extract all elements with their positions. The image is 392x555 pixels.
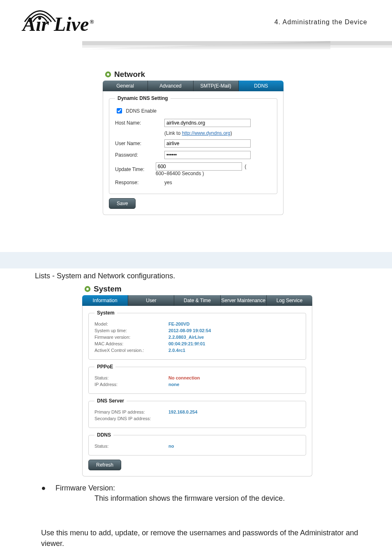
ddns-enable-label[interactable]: DDNS Enable — [126, 108, 157, 114]
network-panel: Network GeneralAdvancedSMTP(E-Mail)DDNS … — [103, 70, 284, 215]
host-name-input[interactable] — [164, 119, 251, 127]
info-value: No connection — [168, 375, 200, 380]
refresh-button[interactable]: Refresh — [88, 460, 121, 470]
gear-icon — [104, 71, 112, 78]
info-label: Status: — [95, 444, 168, 449]
info-label: MAC Address: — [95, 341, 168, 346]
panel-title-network: Network — [104, 70, 284, 79]
info-value: no — [168, 444, 174, 449]
header-gradient-bar — [82, 41, 392, 49]
tab-ddns[interactable]: DDNS — [239, 81, 284, 91]
bullet-desc: This information shows the firmware vers… — [95, 494, 353, 503]
registered-icon: ® — [90, 19, 94, 25]
info-row: ActiveX Control version.:2.0.4rc1 — [95, 348, 300, 353]
info-value: 192.168.0.254 — [168, 409, 197, 414]
save-button[interactable]: Save — [109, 198, 136, 209]
tab-general[interactable]: General — [103, 81, 148, 91]
info-row: IP Address:none — [95, 382, 300, 387]
password-label: Password: — [115, 152, 164, 158]
info-label: IP Address: — [95, 382, 168, 387]
chapter-heading: 4. Administrating the Device — [274, 18, 367, 26]
group-legend: DNS Server — [95, 398, 127, 404]
section-band — [0, 252, 392, 268]
tab-date-time[interactable]: Date & Time — [174, 295, 220, 306]
ddns-legend: Dynamic DNS Setting — [115, 95, 171, 101]
password-input[interactable] — [164, 151, 251, 159]
info-row: System up time:2012-08-09 19:02:54 — [95, 328, 300, 333]
group-pppoe: PPPoEStatus:No connectionIP Address:none — [88, 364, 306, 394]
info-label: Status: — [95, 375, 168, 380]
info-label: Model: — [95, 321, 168, 326]
info-label: ActiveX Control version.: — [95, 348, 168, 353]
info-value: none — [168, 382, 179, 387]
tab-smtp-e-mail-[interactable]: SMTP(E-Mail) — [194, 81, 239, 91]
lists-caption: Lists - System and Network configuration… — [35, 272, 392, 280]
svg-point-3 — [86, 288, 89, 290]
bullet-title: Firmware Version: — [55, 484, 115, 492]
user-menu-paragraph: Use this menu to add, update, or remove … — [41, 527, 362, 549]
info-row: Model:FE-200VD — [95, 321, 300, 326]
info-value: 00:04:29:21:9f:01 — [168, 341, 205, 346]
response-value: yes — [164, 180, 172, 185]
info-label: System up time: — [95, 328, 168, 333]
info-label: Primary DNS IP address: — [95, 409, 168, 414]
info-value: 2.2.0803_AirLive — [168, 335, 204, 340]
dyndns-link[interactable]: http://www.dyndns.org — [182, 130, 231, 136]
info-label: Secondary DNS IP address: — [95, 416, 168, 421]
panel-title-system: System — [84, 284, 312, 294]
info-row: Secondary DNS IP address: — [95, 416, 300, 421]
ddns-enable-checkbox[interactable] — [117, 108, 122, 113]
info-value: 2012-08-09 19:02:54 — [168, 328, 211, 333]
group-legend: PPPoE — [95, 364, 115, 370]
update-time-input[interactable] — [156, 162, 242, 171]
wifi-arc-icon — [23, 6, 58, 23]
info-row: Status:No connection — [95, 375, 300, 380]
group-system: SystemModel:FE-200VDSystem up time:2012-… — [88, 310, 306, 360]
tab-server-maintenance[interactable]: Server Maintenance — [221, 295, 267, 306]
tab-information[interactable]: Information — [82, 295, 128, 306]
group-ddns: DDNSStatus:no — [88, 432, 306, 456]
response-label: Response: — [115, 180, 164, 185]
info-value: 2.0.4rc1 — [168, 348, 185, 353]
info-row: Firmware version:2.2.0803_AirLive — [95, 335, 300, 340]
group-legend: DDNS — [95, 432, 113, 438]
tab-user[interactable]: User — [128, 295, 174, 306]
group-legend: System — [95, 310, 117, 316]
svg-point-1 — [107, 73, 109, 76]
dyndns-link-line: (Link to http://www.dyndns.org) — [164, 130, 232, 136]
firmware-bullet: ● Firmware Version: This information sho… — [41, 484, 353, 503]
tab-log-service[interactable]: Log Service — [267, 295, 312, 306]
user-name-label: User Name: — [115, 141, 164, 146]
update-time-label: Update Time: — [115, 166, 156, 172]
info-value: FE-200VD — [168, 321, 189, 326]
group-dns-server: DNS ServerPrimary DNS IP address:192.168… — [88, 398, 306, 428]
bullet-icon: ● — [41, 484, 46, 493]
info-row: Status:no — [95, 444, 300, 449]
user-name-input[interactable] — [164, 139, 251, 148]
host-name-label: Host Name: — [115, 120, 164, 126]
info-row: MAC Address:00:04:29:21:9f:01 — [95, 341, 300, 346]
system-panel: System InformationUserDate & TimeServer … — [82, 284, 312, 476]
brand-logo: Air Live® — [23, 14, 94, 34]
info-row: Primary DNS IP address:192.168.0.254 — [95, 409, 300, 414]
tab-advanced[interactable]: Advanced — [148, 81, 193, 91]
gear-icon — [84, 285, 91, 293]
info-label: Firmware version: — [95, 335, 168, 340]
